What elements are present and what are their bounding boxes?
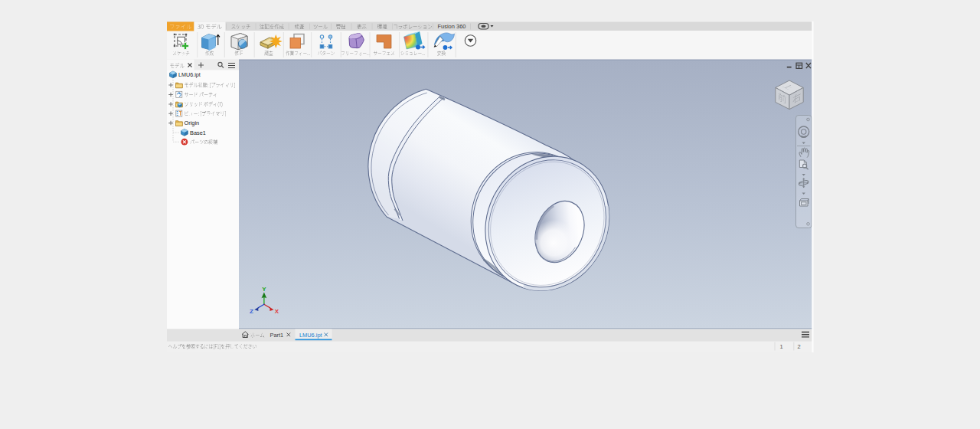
svg-text:Origin: Origin <box>185 120 200 126</box>
svg-text:2: 2 <box>797 343 800 350</box>
svg-text:LMU6.ipt: LMU6.ipt <box>178 71 201 78</box>
svg-text:Part1: Part1 <box>270 332 284 339</box>
svg-text:Base1: Base1 <box>190 129 206 136</box>
svg-text:X: X <box>275 308 279 315</box>
svg-text:LMU6.ipt: LMU6.ipt <box>299 332 322 339</box>
svg-text:1: 1 <box>779 343 782 350</box>
svg-text:Y: Y <box>262 286 266 293</box>
svg-text:Fusion 360: Fusion 360 <box>437 23 466 30</box>
svg-text:Z: Z <box>250 308 253 315</box>
